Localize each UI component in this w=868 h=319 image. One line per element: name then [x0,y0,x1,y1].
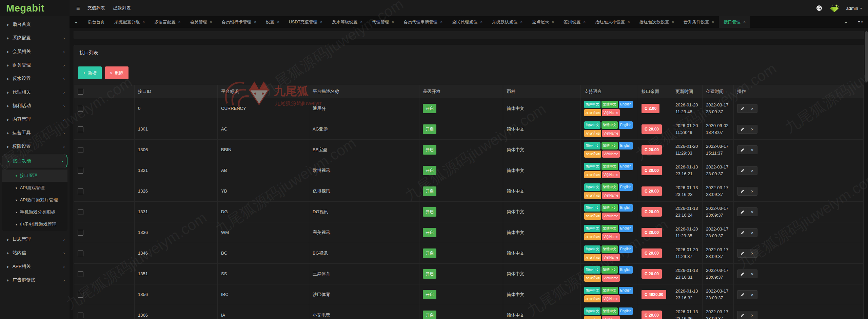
edit-button[interactable] [737,166,747,175]
sidebar-subitem[interactable]: ◑ 手机游戏分类图标 [2,206,67,218]
tab[interactable]: 系统默认点位 × [487,16,527,28]
tab[interactable]: 会员代理申请管理 × [399,16,447,28]
sidebar-item[interactable]: ◑ 广告超链接 › [0,273,70,287]
tab-close-icon[interactable]: × [254,20,256,24]
tab-close-icon[interactable]: × [552,20,554,24]
tab[interactable]: 反水等级设置 × [327,16,367,28]
add-button[interactable]: + 新增 [78,66,102,79]
vip-gem-icon[interactable] [829,3,840,13]
tab-close-icon[interactable]: × [277,20,279,24]
sidebar-item[interactable]: ◑ 系统配置 › [0,31,70,45]
tab[interactable]: 接口管理 × [719,16,750,28]
sidebar-item[interactable]: ◑ 权限设置 › [0,140,70,153]
edit-button[interactable] [737,311,747,319]
vertical-scrollbar[interactable] [865,29,868,319]
tab[interactable]: 抢红包大小设置 × [590,16,635,28]
tab-close-icon[interactable]: × [480,20,482,24]
tab[interactable]: 代理管理 × [367,16,399,28]
theme-palette-icon[interactable] [816,5,823,12]
tab-close-icon[interactable]: × [743,20,746,24]
tab[interactable]: 会员管理 × [185,16,217,28]
open-status-badge[interactable]: 开启 [423,248,436,258]
delete-row-button[interactable]: × [747,311,757,319]
row-checkbox[interactable] [78,168,83,174]
edit-button[interactable] [737,104,747,113]
row-checkbox[interactable] [78,230,83,236]
sidebar-item[interactable]: ◑ 会员相关 › [0,45,70,58]
sidebar-subitem[interactable]: ◑ 接口管理 [2,170,67,182]
edit-button[interactable] [737,187,747,196]
tab[interactable]: 抢红包次数设置 × [635,16,679,28]
tab-close-icon[interactable]: × [142,20,145,24]
tab[interactable]: 后台首页 [83,16,110,28]
tab[interactable]: 设置 × [261,16,284,28]
tabs-scroll-right-icon[interactable]: » [839,16,852,28]
topbar-link-withdraw[interactable]: 提款列表 [109,5,135,11]
tab-close-icon[interactable]: × [178,20,181,24]
open-status-badge[interactable]: 开启 [423,104,436,114]
sidebar-item[interactable]: ◑ 财务管理 › [0,58,70,72]
row-checkbox[interactable] [78,209,83,215]
tab-close-icon[interactable]: × [628,20,630,24]
tab[interactable]: 多语言配置 × [150,16,185,28]
row-checkbox[interactable] [78,251,83,256]
tab-close-icon[interactable]: × [210,20,212,24]
sidebar-subitem[interactable]: ◑ API热门游戏厅管理 [2,194,67,206]
delete-row-button[interactable]: × [747,166,757,175]
tab[interactable]: 全民代理点位 × [447,16,487,28]
delete-row-button[interactable]: × [747,290,757,299]
delete-row-button[interactable]: × [747,104,757,113]
sidebar-item[interactable]: ◑ 福利活动 › [0,99,70,113]
sidebar-item[interactable]: ◑ APP相关 › [0,260,70,273]
tab[interactable]: 返点记录 × [527,16,559,28]
delete-row-button[interactable]: × [747,187,757,196]
edit-button[interactable] [737,290,747,299]
open-status-badge[interactable]: 开启 [423,207,436,217]
edit-button[interactable] [737,249,747,258]
tabs-menu-button[interactable]: ≡ ▾ [852,16,868,28]
open-status-badge[interactable]: 开启 [423,186,436,196]
edit-button[interactable] [737,125,747,134]
sidebar-item[interactable]: ◑ 后台首页 [0,18,70,31]
delete-button[interactable]: × 删除 [105,66,129,79]
delete-row-button[interactable]: × [747,145,757,154]
tab-close-icon[interactable]: × [392,20,394,24]
row-checkbox[interactable] [78,313,83,318]
topbar-link-recharge[interactable]: 充值列表 [83,5,109,11]
tab[interactable]: USDT充值管理 × [284,16,327,28]
edit-button[interactable] [737,228,747,237]
row-checkbox[interactable] [78,292,83,298]
sidebar-item[interactable]: ◑ 日志管理 › [0,233,70,246]
row-checkbox[interactable] [78,188,83,194]
row-checkbox[interactable] [78,106,83,112]
tab-close-icon[interactable]: × [672,20,674,24]
sidebar-subitem[interactable]: ◑ API游戏管理 [2,182,67,194]
tab-close-icon[interactable]: × [712,20,714,24]
open-status-badge[interactable]: 开启 [423,166,436,176]
sidebar-item[interactable]: ◑ 反水设置 › [0,72,70,85]
edit-button[interactable] [737,145,747,154]
tab-close-icon[interactable]: × [320,20,322,24]
tab[interactable]: 晋升条件设置 × [679,16,719,28]
delete-row-button[interactable]: × [747,207,757,216]
scrollbar-thumb[interactable] [865,31,868,82]
tab[interactable]: 系统配置分组 × [110,16,150,28]
sidebar-item[interactable]: ◑ 站内信 › [0,246,70,260]
sidebar-item[interactable]: ◑ 内容管理 › [0,113,70,126]
select-all-checkbox[interactable] [78,89,83,95]
open-status-badge[interactable]: 开启 [423,228,436,238]
row-checkbox[interactable] [78,126,83,132]
sidebar-subitem[interactable]: ◑ 电子/棋牌游戏管理 [2,218,67,231]
user-menu[interactable]: admin ▾ [846,6,862,11]
open-status-badge[interactable]: 开启 [423,311,436,319]
row-checkbox[interactable] [78,147,83,153]
sidebar-item[interactable]: ◑ 代理相关 › [0,85,70,99]
hamburger-icon[interactable]: ≡ [73,5,83,12]
tab[interactable]: 会员银行卡管理 × [217,16,261,28]
tab-close-icon[interactable]: × [520,20,522,24]
tab-close-icon[interactable]: × [583,20,586,24]
delete-row-button[interactable]: × [747,125,757,134]
open-status-badge[interactable]: 开启 [423,145,436,155]
open-status-badge[interactable]: 开启 [423,269,436,279]
tab-close-icon[interactable]: × [360,20,362,24]
